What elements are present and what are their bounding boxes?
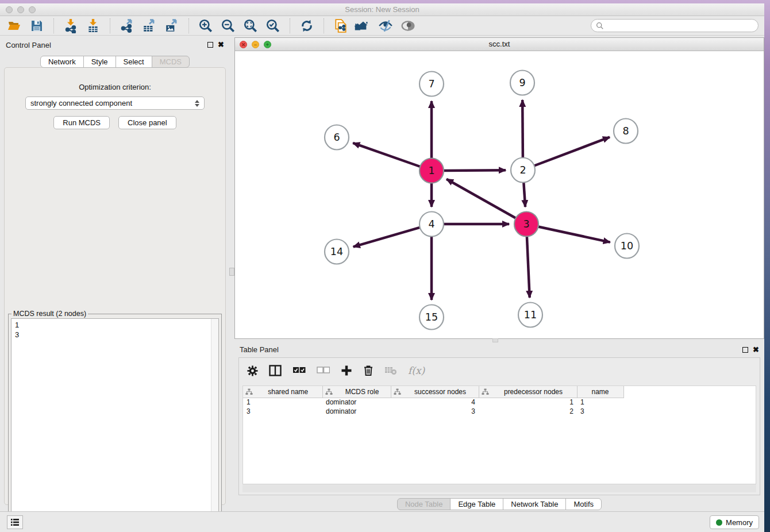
- close-table-panel-icon[interactable]: ✖: [753, 347, 759, 353]
- close-panel-icon[interactable]: ✖: [218, 42, 224, 48]
- tab-network-table[interactable]: Network Table: [503, 498, 566, 510]
- content-area: Control Panel ✖ Network Style Select MCD…: [0, 36, 764, 511]
- node-table[interactable]: shared name MCDS role successor nodes pr…: [242, 385, 756, 484]
- float-panel-icon[interactable]: [207, 42, 213, 48]
- svg-text:9: 9: [519, 77, 525, 88]
- split-view-icon[interactable]: [269, 365, 282, 376]
- search-icon: [596, 22, 604, 30]
- import-table-icon[interactable]: [84, 18, 102, 34]
- table-scrollbar[interactable]: [242, 484, 756, 492]
- memory-label: Memory: [726, 518, 753, 527]
- tree-icon: [245, 388, 253, 395]
- minimize-window-icon[interactable]: [17, 6, 24, 13]
- tab-mcds[interactable]: MCDS: [152, 56, 190, 68]
- svg-text:3: 3: [523, 218, 529, 230]
- cell-name[interactable]: 3: [577, 407, 623, 416]
- add-column-icon[interactable]: [341, 365, 352, 376]
- delete-table-icon: [384, 366, 397, 375]
- export-network-icon[interactable]: [118, 18, 136, 34]
- tab-style[interactable]: Style: [83, 56, 116, 68]
- export-table-icon[interactable]: [141, 18, 158, 34]
- network-minimize-icon[interactable]: −: [252, 41, 259, 48]
- cell-mcds-role[interactable]: dominator: [322, 407, 391, 416]
- table-row[interactable]: 3 dominator 3 2 3: [243, 407, 623, 416]
- tab-motifs[interactable]: Motifs: [565, 498, 602, 510]
- search-box[interactable]: [591, 19, 759, 32]
- select-all-icon[interactable]: [292, 367, 306, 375]
- network-maximize-icon[interactable]: +: [264, 41, 271, 48]
- mcds-result-line: 1: [11, 319, 218, 330]
- tree-icon: [482, 388, 489, 395]
- task-history-button[interactable]: [7, 515, 23, 529]
- zoom-fit-icon[interactable]: [242, 18, 259, 34]
- zoom-window-icon[interactable]: [29, 6, 36, 13]
- zoom-selected-icon[interactable]: [264, 18, 282, 34]
- optimization-criterion-select[interactable]: strongly connected component: [25, 97, 205, 110]
- zoom-in-icon[interactable]: [197, 18, 214, 34]
- float-table-panel-icon[interactable]: [742, 347, 748, 353]
- result-scrollbar[interactable]: [211, 319, 218, 525]
- list-icon: [10, 518, 20, 526]
- svg-text:8: 8: [622, 125, 629, 137]
- network-close-icon[interactable]: ✕: [240, 41, 247, 48]
- run-mcds-button[interactable]: Run MCDS: [53, 116, 110, 129]
- cell-name[interactable]: 1: [577, 398, 623, 407]
- delete-column-icon[interactable]: [363, 365, 374, 376]
- vertical-splitter-handle[interactable]: [229, 268, 234, 276]
- svg-text:10: 10: [621, 240, 633, 252]
- table-toolbar: f(x): [239, 358, 760, 383]
- close-panel-button[interactable]: Close panel: [118, 116, 176, 129]
- tab-network[interactable]: Network: [40, 56, 84, 68]
- main-toolbar: [0, 16, 764, 36]
- cell-successor-nodes[interactable]: 4: [391, 398, 479, 407]
- zoom-out-icon[interactable]: [220, 18, 237, 34]
- cell-shared-name[interactable]: 1: [243, 398, 322, 407]
- memory-button[interactable]: Memory: [710, 515, 759, 529]
- hide-graphics-details-icon[interactable]: [377, 18, 394, 34]
- svg-text:11: 11: [524, 309, 537, 321]
- network-graph[interactable]: 7968124314101511: [235, 51, 764, 338]
- tab-select[interactable]: Select: [116, 56, 152, 68]
- tab-edge-table[interactable]: Edge Table: [450, 498, 503, 510]
- tab-node-table[interactable]: Node Table: [397, 498, 451, 510]
- cell-predecessor-nodes[interactable]: 1: [479, 398, 577, 407]
- svg-text:14: 14: [330, 246, 343, 257]
- column-header-predecessor-nodes[interactable]: predecessor nodes: [479, 386, 577, 398]
- close-window-icon[interactable]: [6, 6, 13, 13]
- svg-text:6: 6: [333, 132, 340, 143]
- memory-status-icon: [716, 519, 722, 526]
- home-icon[interactable]: [355, 18, 372, 34]
- table-panel-header: Table Panel ✖: [234, 343, 764, 356]
- horizontal-splitter-handle[interactable]: [492, 338, 498, 342]
- table-settings-icon[interactable]: [247, 365, 258, 376]
- column-header-shared-name[interactable]: shared name: [243, 386, 322, 398]
- deselect-all-icon[interactable]: [317, 367, 330, 375]
- cell-successor-nodes[interactable]: 3: [391, 407, 479, 416]
- mcds-result-area[interactable]: 1 3: [11, 318, 219, 525]
- tree-icon: [394, 388, 401, 395]
- open-session-icon[interactable]: [6, 18, 23, 34]
- dropdown-stepper-icon: [195, 100, 199, 107]
- tree-icon: [325, 388, 333, 395]
- save-session-icon[interactable]: [28, 18, 45, 34]
- control-panel: Control Panel ✖ Network Style Select MCD…: [0, 37, 230, 507]
- control-panel-header: Control Panel ✖: [0, 37, 230, 52]
- toolbar-separator: [110, 18, 110, 33]
- app-window: Session: New Session: [0, 3, 764, 532]
- refresh-icon[interactable]: [298, 18, 315, 34]
- birdseye-view-icon[interactable]: [399, 18, 417, 34]
- import-network-icon[interactable]: [62, 18, 79, 34]
- column-header-name[interactable]: name: [577, 386, 623, 398]
- table-row[interactable]: 1 dominator 4 1 1: [243, 398, 623, 407]
- column-header-successor-nodes[interactable]: successor nodes: [391, 386, 479, 398]
- status-bar: Memory: [0, 511, 764, 532]
- cell-mcds-role[interactable]: dominator: [322, 398, 391, 407]
- export-image-icon[interactable]: [163, 18, 180, 34]
- search-input[interactable]: [607, 22, 753, 30]
- table-panel-tabs: Node Table Edge Table Network Table Moti…: [234, 498, 764, 510]
- cell-predecessor-nodes[interactable]: 2: [479, 407, 577, 416]
- clone-network-icon[interactable]: [332, 18, 349, 34]
- cell-shared-name[interactable]: 3: [243, 407, 322, 416]
- column-header-mcds-role[interactable]: MCDS role: [322, 386, 391, 398]
- table-panel-title: Table Panel: [240, 345, 279, 354]
